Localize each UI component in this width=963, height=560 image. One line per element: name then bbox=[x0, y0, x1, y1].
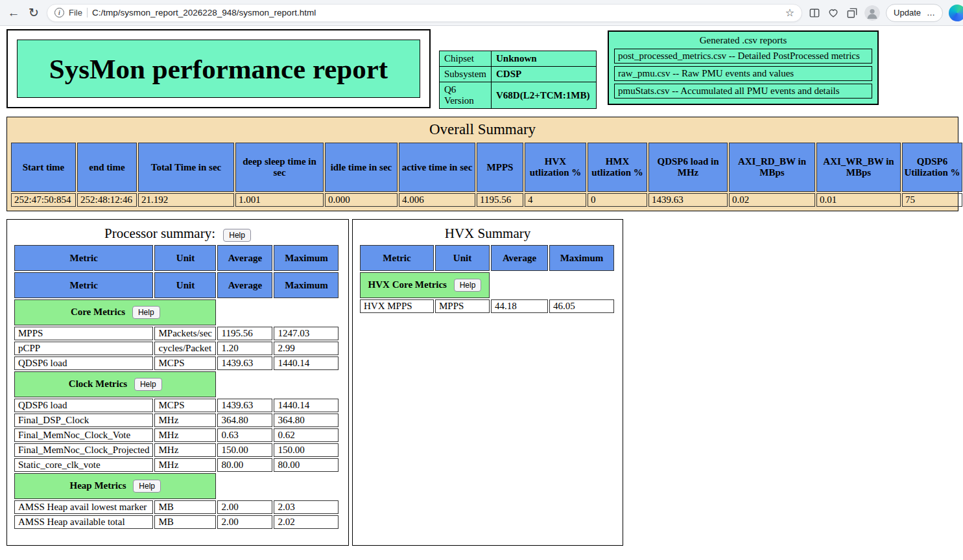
header-row: Metric Unit Average Maximum bbox=[14, 272, 339, 298]
processor-summary-title-text: Processor summary: bbox=[104, 226, 215, 241]
address-divider bbox=[87, 8, 88, 18]
average-cell: 150.00 bbox=[217, 443, 272, 457]
hvx-core-metrics-help-button[interactable]: Help bbox=[454, 279, 482, 292]
maximum-cell: 364.80 bbox=[274, 414, 339, 427]
column-header: HMX utlization % bbox=[588, 143, 647, 192]
column-header: Unit bbox=[154, 272, 216, 298]
copilot-icon[interactable] bbox=[949, 5, 963, 21]
column-header: Unit bbox=[154, 245, 216, 271]
column-header: Maximum bbox=[274, 272, 339, 298]
refresh-icon[interactable]: ↻ bbox=[27, 5, 41, 20]
metric-row: HVX MPPS MPPS 44.18 46.05 bbox=[360, 299, 614, 313]
section-row: Heap Metrics Help bbox=[14, 473, 339, 499]
column-header: AXI_WR_BW in MBps bbox=[816, 143, 901, 192]
table-row: Subsystem CDSP bbox=[440, 67, 597, 82]
core-metrics-help-button[interactable]: Help bbox=[132, 306, 160, 319]
device-info-table: Chipset Unknown Subsystem CDSP Q6 Versio… bbox=[439, 51, 597, 109]
metric-cell: AMSS Heap avail lowest marker bbox=[14, 500, 153, 514]
unit-cell: MB bbox=[154, 515, 216, 529]
address-bar[interactable]: i File C:/tmp/sysmon_report_2026228_948/… bbox=[47, 4, 802, 22]
column-header: deep sleep time in sec bbox=[235, 143, 324, 192]
header-row: Metric Unit Average Maximum bbox=[360, 245, 614, 271]
metric-cell: Static_core_clk_vote bbox=[14, 458, 153, 472]
update-label: Update bbox=[894, 8, 921, 18]
average-cell: 2.00 bbox=[217, 500, 272, 514]
update-button[interactable]: Update … bbox=[886, 4, 943, 22]
average-cell: 2.00 bbox=[217, 515, 272, 529]
maximum-cell: 80.00 bbox=[274, 458, 339, 472]
average-cell: 1439.63 bbox=[217, 399, 272, 412]
browser-toolbar: ← ↻ i File C:/tmp/sysmon_report_2026228_… bbox=[0, 0, 963, 26]
value-cell: 0.01 bbox=[816, 193, 901, 207]
csv-reports-box: Generated .csv reports post_processed_me… bbox=[608, 30, 879, 105]
split-screen-icon[interactable] bbox=[808, 6, 821, 19]
clock-metrics-help-button[interactable]: Help bbox=[134, 378, 162, 391]
maximum-cell: 150.00 bbox=[274, 443, 339, 457]
value-cell: 252:47:50:854 bbox=[11, 193, 76, 207]
header-row: Metric Unit Average Maximum bbox=[14, 245, 339, 271]
average-cell: 44.18 bbox=[491, 299, 548, 313]
profile-avatar[interactable] bbox=[864, 5, 880, 21]
maximum-cell: 1247.03 bbox=[274, 327, 339, 340]
overall-summary-table: Start time end time Total Time in sec de… bbox=[10, 141, 963, 208]
page-info-icon[interactable]: i bbox=[54, 8, 64, 18]
processor-summary-section: Processor summary: Help Metric Unit Aver… bbox=[6, 219, 349, 546]
collections-icon[interactable] bbox=[846, 6, 859, 19]
unit-cell: MB bbox=[154, 500, 216, 514]
browser-essentials-icon[interactable] bbox=[827, 6, 840, 19]
page-title: SysMon performance report bbox=[17, 40, 420, 98]
overall-summary-section: Overall Summary Start time end time Tota… bbox=[6, 117, 958, 211]
device-value: CDSP bbox=[492, 67, 597, 82]
column-header: AXI_RD_BW in MBps bbox=[729, 143, 815, 192]
processor-help-button[interactable]: Help bbox=[223, 229, 251, 242]
metric-cell: MPPS bbox=[14, 327, 153, 340]
value-cell: 0.000 bbox=[325, 193, 398, 207]
section-title: Clock Metrics bbox=[69, 379, 127, 389]
value-cell: 252:48:12:46 bbox=[77, 193, 137, 207]
average-cell: 80.00 bbox=[217, 458, 272, 472]
metric-row: Final_MemNoc_Clock_Projected MHz 150.00 … bbox=[14, 443, 339, 457]
report-title-box: SysMon performance report bbox=[6, 29, 431, 108]
blank-cell bbox=[491, 272, 614, 298]
maximum-cell: 2.02 bbox=[274, 515, 339, 529]
section-title: HVX Core Metrics bbox=[368, 279, 447, 290]
value-cell: 4.006 bbox=[399, 193, 475, 207]
unit-cell: MPPS bbox=[435, 299, 490, 313]
maximum-cell: 2.03 bbox=[274, 500, 339, 514]
section-row: HVX Core Metrics Help bbox=[360, 272, 614, 298]
metric-cell: Final_MemNoc_Clock_Projected bbox=[14, 443, 153, 457]
section-header-cell: Core Metrics Help bbox=[14, 299, 216, 325]
url-text[interactable]: C:/tmp/sysmon_report_2026228_948/sysmon_… bbox=[92, 8, 781, 18]
metric-row: Final_MemNoc_Clock_Vote MHz 0.63 0.62 bbox=[14, 428, 339, 442]
csv-report-item: raw_pmu.csv -- Raw PMU events and values bbox=[614, 66, 872, 81]
maximum-cell: 1440.14 bbox=[274, 356, 339, 370]
overall-summary-title: Overall Summary bbox=[10, 121, 955, 138]
table-row: Chipset Unknown bbox=[440, 51, 597, 67]
heap-metrics-help-button[interactable]: Help bbox=[133, 480, 161, 493]
unit-cell: MHz bbox=[154, 443, 216, 457]
metric-row: MPPS MPackets/sec 1195.56 1247.03 bbox=[14, 327, 339, 340]
column-header: active time in sec bbox=[399, 143, 475, 192]
average-cell: 364.80 bbox=[217, 414, 272, 427]
section-row: Core Metrics Help bbox=[14, 299, 339, 325]
unit-cell: MHz bbox=[154, 458, 216, 472]
hvx-summary-title: HVX Summary bbox=[353, 226, 623, 242]
metric-cell: Final_MemNoc_Clock_Vote bbox=[14, 428, 153, 442]
section-header-cell: Heap Metrics Help bbox=[14, 473, 216, 499]
header-row: Start time end time Total Time in sec de… bbox=[11, 143, 962, 192]
section-title: Core Metrics bbox=[71, 307, 125, 317]
unit-cell: cycles/Packet bbox=[154, 342, 216, 355]
unit-cell: MCPS bbox=[154, 399, 216, 412]
back-icon[interactable]: ← bbox=[6, 6, 21, 20]
metric-row: pCPP cycles/Packet 1.20 2.99 bbox=[14, 342, 339, 355]
more-menu-icon[interactable]: … bbox=[927, 8, 935, 18]
csv-report-item: pmuStats.csv -- Accumulated all PMU even… bbox=[614, 84, 872, 99]
device-value: Unknown bbox=[492, 51, 597, 67]
metric-row: AMSS Heap avail lowest marker MB 2.00 2.… bbox=[14, 500, 339, 514]
favorites-star-icon[interactable]: ☆ bbox=[785, 6, 794, 19]
device-value: V68D(L2+TCM:1MB) bbox=[492, 82, 597, 109]
value-cell: 1.001 bbox=[235, 193, 324, 207]
device-label: Subsystem bbox=[440, 67, 492, 82]
processor-metrics-table: Metric Unit Average Maximum Metric Unit … bbox=[13, 244, 340, 530]
average-cell: 1439.63 bbox=[217, 356, 272, 370]
